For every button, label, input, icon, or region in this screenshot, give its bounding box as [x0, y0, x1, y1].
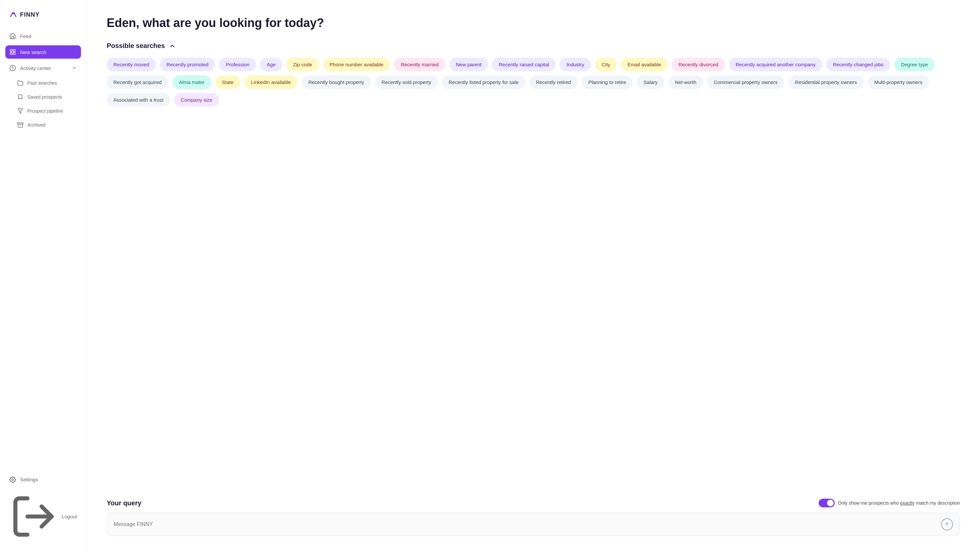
message-input[interactable] — [114, 521, 941, 527]
svg-point-8 — [12, 479, 14, 480]
query-section: Your query Only show me prospects who ex… — [107, 499, 960, 536]
tag-email-available[interactable]: Email available — [621, 58, 668, 72]
sidebar-new-search-label: New search — [20, 49, 46, 55]
sidebar-activity-label: Activity center — [20, 65, 51, 71]
sidebar-item-prospect-pipeline[interactable]: Prospect pipeline — [5, 105, 81, 117]
tag-age[interactable]: Age — [260, 58, 282, 72]
tags-container: Recently movedRecently promotedProfessio… — [107, 58, 960, 107]
tag-planning-to-retire[interactable]: Planning to retire — [582, 75, 633, 89]
logo-text: FINNY — [20, 11, 40, 18]
sidebar: FINNY Feed New search Activity center Pa… — [0, 0, 87, 552]
tag-residential-property-owners[interactable]: Residential property owners — [788, 75, 864, 89]
collapse-icon[interactable] — [169, 43, 176, 49]
tag-recently-moved[interactable]: Recently moved — [107, 58, 156, 72]
send-icon — [944, 521, 950, 527]
logo: FINNY — [5, 8, 81, 21]
query-header: Your query Only show me prospects who ex… — [107, 499, 960, 507]
page-title: Eden, what are you looking for today? — [107, 16, 960, 30]
finny-logo-icon — [10, 11, 18, 19]
main-content: Eden, what are you looking for today? Po… — [87, 0, 980, 552]
tag-zip-code[interactable]: Zip code — [286, 58, 319, 72]
send-button[interactable] — [941, 519, 953, 530]
folder-icon — [18, 80, 23, 86]
sidebar-item-saved-prospects[interactable]: Saved prospects — [5, 91, 81, 103]
bookmark-icon — [18, 94, 23, 100]
sidebar-item-logout[interactable]: Logout — [5, 489, 81, 544]
svg-rect-3 — [13, 52, 15, 55]
tag-recently-sold-property[interactable]: Recently sold property — [375, 75, 438, 89]
tag-salary[interactable]: Salary — [637, 75, 664, 89]
filter-icon — [18, 108, 23, 114]
tag-profession[interactable]: Profession — [219, 58, 256, 72]
tag-net-worth[interactable]: Net worth — [668, 75, 703, 89]
exact-match-toggle[interactable] — [819, 499, 835, 507]
tag-linkedin-available[interactable]: LinkedIn available — [244, 75, 298, 89]
tag-alma-mater[interactable]: Alma mater — [172, 75, 212, 89]
tag-recently-married[interactable]: Recently married — [394, 58, 445, 72]
sidebar-archived-label: Archived — [27, 122, 45, 128]
sidebar-item-past-searches[interactable]: Past searches — [5, 77, 81, 89]
svg-marker-5 — [18, 109, 23, 113]
tag-recently-raised-capital[interactable]: Recently raised capital — [492, 58, 556, 72]
tag-city[interactable]: City — [595, 58, 617, 72]
archive-icon — [18, 122, 23, 128]
sidebar-prospect-pipeline-label: Prospect pipeline — [27, 108, 63, 114]
gear-icon — [10, 476, 16, 483]
tag-industry[interactable]: Industry — [560, 58, 591, 72]
sidebar-settings-label: Settings — [20, 477, 38, 482]
tag-recently-changed-jobs[interactable]: Recently changed jobs — [826, 58, 890, 72]
tag-recently-promoted[interactable]: Recently promoted — [160, 58, 215, 72]
sidebar-logout-label: Logout — [62, 514, 77, 519]
grid-icon — [10, 49, 16, 55]
sidebar-item-new-search[interactable]: New search — [5, 45, 81, 59]
svg-rect-1 — [13, 50, 15, 52]
toggle-slider — [819, 499, 835, 507]
chevron-down-icon — [72, 65, 77, 71]
tag-recently-acquired-another-company[interactable]: Recently acquired another company — [729, 58, 822, 72]
tag-multi-property-owners[interactable]: Multi-property owners — [868, 75, 929, 89]
sidebar-item-settings[interactable]: Settings — [5, 473, 81, 486]
tag-phone-number-available[interactable]: Phone number available — [323, 58, 390, 72]
tag-recently-listed-property-for-sale[interactable]: Recently listed property for sale — [442, 75, 525, 89]
query-title: Your query — [107, 500, 142, 507]
toggle-label: Only show me prospects who exactly match… — [838, 500, 960, 506]
tag-company-size[interactable]: Company size — [174, 93, 219, 107]
svg-rect-6 — [18, 122, 23, 124]
tag-degree-type[interactable]: Degree type — [894, 58, 935, 72]
home-icon — [10, 33, 16, 39]
tag-recently-retired[interactable]: Recently retired — [529, 75, 578, 89]
tag-recently-got-acquired[interactable]: Recently got acquired — [107, 75, 168, 89]
clock-icon — [10, 65, 16, 72]
tag-recently-bought-property[interactable]: Recently bought property — [302, 75, 371, 89]
sidebar-saved-prospects-label: Saved prospects — [27, 94, 62, 100]
svg-rect-0 — [10, 50, 12, 52]
toggle-row: Only show me prospects who exactly match… — [819, 499, 960, 507]
sidebar-item-archived[interactable]: Archived — [5, 119, 81, 130]
logout-icon — [10, 492, 58, 541]
possible-searches-header: Possible searches — [107, 42, 960, 50]
tag-recently-divorced[interactable]: Recently divorced — [672, 58, 725, 72]
tag-state[interactable]: State — [215, 75, 240, 89]
sidebar-item-feed[interactable]: Feed — [5, 29, 81, 43]
sidebar-feed-label: Feed — [20, 33, 31, 39]
tag-associated-with-trust[interactable]: Associated with a trust — [107, 93, 170, 107]
sidebar-item-activity-center[interactable]: Activity center — [5, 61, 81, 75]
tag-commercial-property-owners[interactable]: Commercial property owners — [707, 75, 784, 89]
tag-new-parent[interactable]: New parent — [449, 58, 488, 72]
svg-rect-2 — [10, 52, 12, 55]
message-input-container — [107, 513, 960, 536]
possible-searches-title: Possible searches — [107, 42, 165, 50]
sidebar-past-searches-label: Past searches — [27, 80, 57, 86]
